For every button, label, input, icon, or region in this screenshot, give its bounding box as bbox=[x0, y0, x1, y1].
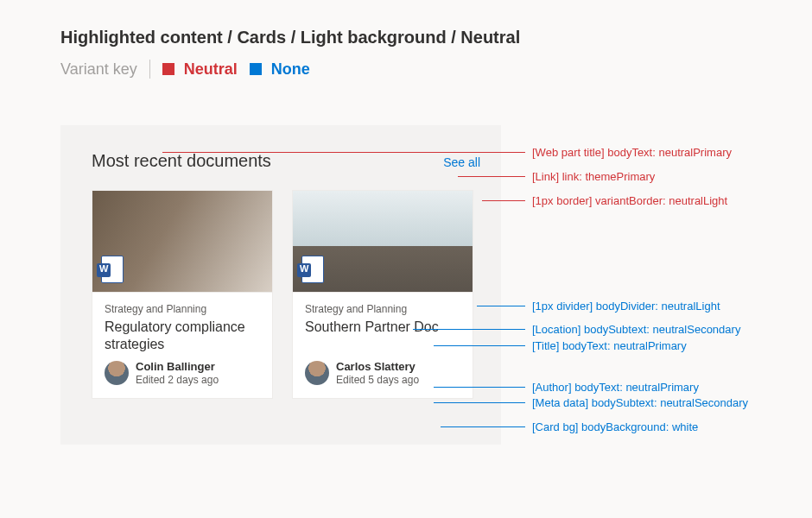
card-location: Strategy and Planning bbox=[305, 303, 460, 315]
card-title: Regulatory compliance strategies bbox=[105, 319, 260, 353]
variant-none: None bbox=[250, 60, 310, 79]
annotation-link: [Link] link: themePrimary bbox=[532, 171, 655, 182]
document-card[interactable]: Strategy and Planning Regulatory complia… bbox=[92, 190, 273, 399]
annotation-author: [Author] bodyText: neutralPrimary bbox=[532, 382, 699, 393]
variant-key-row: Variant key Neutral None bbox=[60, 60, 752, 79]
variant-none-label: None bbox=[271, 60, 310, 78]
header: Highlighted content / Cards / Light back… bbox=[0, 0, 812, 79]
card-meta: Edited 2 days ago bbox=[136, 374, 219, 386]
variant-neutral: Neutral bbox=[162, 60, 238, 79]
word-doc-icon bbox=[301, 256, 324, 283]
annotation-title-token: [Title] bodyText: neutralPrimary bbox=[532, 340, 687, 351]
card-author: Colin Ballinger bbox=[136, 360, 219, 374]
annotation-cardbg: [Card bg] bodyBackground: white bbox=[532, 421, 698, 433]
see-all-link[interactable]: See all bbox=[443, 155, 480, 169]
avatar bbox=[105, 361, 129, 385]
card-footer: Carlos Slattery Edited 5 days ago bbox=[293, 360, 473, 398]
webpart-panel: Most recent documents See all Strategy a… bbox=[60, 125, 501, 445]
annotation-title: [Web part title] bodyText: neutralPrimar… bbox=[532, 147, 732, 158]
swatch-neutral-icon bbox=[162, 63, 174, 75]
card-body: Strategy and Planning Southern Partner D… bbox=[293, 293, 473, 360]
annotation-meta: [Meta data] bodySubtext: neutralSecondar… bbox=[532, 397, 748, 408]
avatar bbox=[305, 361, 329, 385]
card-body: Strategy and Planning Regulatory complia… bbox=[92, 293, 272, 360]
card-location: Strategy and Planning bbox=[105, 303, 260, 315]
card-thumbnail bbox=[293, 191, 473, 293]
annotation-location: [Location] bodySubtext: neutralSecondary bbox=[532, 324, 740, 335]
webpart-title: Most recent documents bbox=[92, 151, 271, 171]
swatch-none-icon bbox=[250, 63, 262, 75]
card-author: Carlos Slattery bbox=[336, 360, 419, 374]
document-card[interactable]: Strategy and Planning Southern Partner D… bbox=[292, 190, 473, 399]
annotation-border: [1px border] variantBorder: neutralLight bbox=[532, 195, 727, 206]
annotation-divider: [1px divider] bodyDivider: neutralLight bbox=[532, 300, 720, 312]
variant-neutral-label: Neutral bbox=[184, 60, 238, 78]
card-title: Southern Partner Doc bbox=[305, 319, 460, 336]
card-footer: Colin Ballinger Edited 2 days ago bbox=[92, 360, 272, 398]
card-list: Strategy and Planning Regulatory complia… bbox=[92, 190, 480, 399]
divider bbox=[149, 60, 150, 79]
card-thumbnail bbox=[92, 191, 272, 293]
card-meta: Edited 5 days ago bbox=[336, 374, 419, 386]
variant-key-label: Variant key bbox=[60, 60, 137, 79]
panel-header: Most recent documents See all bbox=[92, 151, 480, 171]
breadcrumb: Highlighted content / Cards / Light back… bbox=[60, 28, 752, 47]
word-doc-icon bbox=[101, 256, 124, 283]
